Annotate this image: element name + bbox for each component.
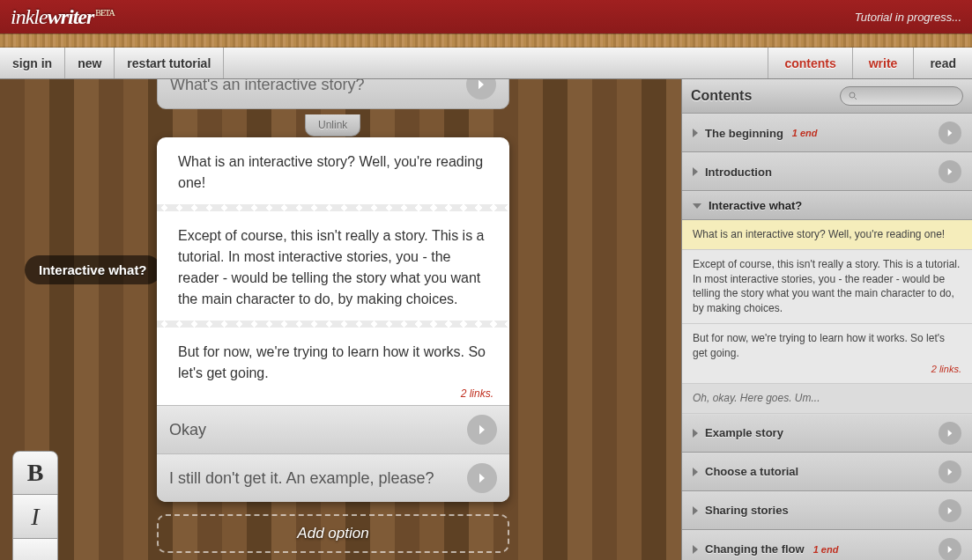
expanded-paragraph[interactable]: Oh, okay. Here goes. Um... [682, 384, 972, 414]
write-button[interactable]: write [852, 48, 914, 78]
italic-icon: I [31, 503, 39, 531]
previous-card: What's an interactive story? [157, 79, 509, 109]
chevron-right-icon [693, 545, 698, 554]
go-button[interactable] [939, 422, 961, 445]
chevron-right-icon [693, 468, 698, 476]
contents-button[interactable]: contents [768, 48, 851, 78]
svg-point-0 [850, 92, 855, 98]
arrow-right-icon[interactable] [466, 79, 496, 99]
expanded-section: What is an interactive story? Well, you'… [682, 220, 972, 414]
links-count: 2 links. [157, 386, 509, 405]
logo: inklewriterBETA [11, 5, 115, 29]
item-meta: 1 end [792, 128, 818, 138]
expanded-paragraph[interactable]: But for now, we're trying to learn how i… [682, 324, 972, 384]
sidebar-title: Contents [691, 88, 752, 104]
contents-item-changing-flow[interactable]: Changing the flow 1 end [682, 530, 972, 560]
search-input[interactable] [840, 86, 963, 106]
status-text: Tutorial in progress... [855, 11, 961, 24]
beta-badge: BETA [95, 8, 114, 18]
go-button[interactable] [939, 122, 961, 144]
contents-item-example-story[interactable]: Example story [682, 414, 972, 453]
bold-button[interactable]: B [12, 451, 58, 495]
option-row[interactable]: Okay [157, 405, 509, 453]
new-button[interactable]: new [65, 48, 115, 78]
chevron-right-icon [693, 506, 698, 515]
contents-item-sharing-stories[interactable]: Sharing stories [682, 491, 972, 530]
item-label: Example story [705, 426, 783, 439]
item-label: Interactive what? [709, 199, 802, 212]
paragraph[interactable]: What is an interactive story? Well, you'… [157, 137, 509, 204]
ellipsis-icon: ... [22, 547, 48, 561]
option-row[interactable]: I still don't get it. An example, please… [157, 453, 509, 502]
wood-divider [0, 33, 972, 48]
expanded-paragraph[interactable]: What is an interactive story? Well, you'… [682, 220, 972, 250]
go-button[interactable] [939, 538, 961, 560]
contents-list[interactable]: The beginning 1 end Introduction Interac… [682, 114, 972, 560]
arrow-right-icon[interactable] [467, 463, 497, 493]
paragraph-divider [157, 204, 509, 211]
paragraph-divider [157, 321, 509, 328]
logo-text-plain: inkle [11, 5, 48, 28]
item-label: Sharing stories [705, 504, 789, 517]
svg-line-1 [855, 98, 857, 100]
bold-icon: B [27, 459, 44, 487]
paragraph[interactable]: But for now, we're trying to learn how i… [157, 328, 509, 386]
item-meta: 1 end [813, 544, 839, 555]
arrow-right-icon[interactable] [467, 415, 497, 445]
contents-item-introduction[interactable]: Introduction [682, 152, 972, 191]
story-card: What is an interactive story? Well, you'… [157, 137, 509, 502]
story-canvas[interactable]: Interactive what? What's an interactive … [0, 79, 681, 560]
go-button[interactable] [939, 461, 961, 483]
chevron-right-icon [693, 167, 698, 176]
go-button[interactable] [939, 499, 961, 522]
contents-item-interactive-what[interactable]: Interactive what? [682, 191, 972, 220]
contents-item-choose-tutorial[interactable]: Choose a tutorial [682, 453, 972, 491]
paragraph[interactable]: Except of course, this isn't really a st… [157, 211, 509, 321]
item-label: The beginning [705, 127, 783, 140]
search-icon [848, 91, 858, 101]
go-button[interactable] [939, 160, 961, 183]
item-label: Choose a tutorial [705, 465, 798, 478]
format-toolbar: B I ... + [12, 451, 58, 560]
more-button[interactable]: ... [12, 539, 58, 560]
chevron-right-icon [693, 129, 698, 137]
contents-item-the-beginning[interactable]: The beginning 1 end [682, 114, 972, 152]
contents-sidebar: Contents The beginning 1 end Introductio… [681, 79, 972, 560]
chevron-right-icon [693, 429, 698, 438]
previous-option[interactable]: What's an interactive story? [157, 79, 509, 109]
links-meta: 2 links. [693, 363, 961, 376]
chevron-down-icon [693, 203, 701, 209]
section-tag[interactable]: Interactive what? [25, 255, 161, 284]
unlink-button[interactable]: Unlink [305, 114, 360, 136]
menu-bar: sign in new restart tutorial contents wr… [0, 48, 972, 79]
option-label: I still don't get it. An example, please… [169, 469, 434, 488]
option-label: Okay [169, 421, 206, 439]
item-label: Changing the flow [705, 542, 805, 556]
main-area: Interactive what? What's an interactive … [0, 79, 972, 560]
expanded-paragraph[interactable]: Except of course, this isn't really a st… [682, 250, 972, 324]
sidebar-header: Contents [682, 79, 972, 114]
restart-tutorial-button[interactable]: restart tutorial [115, 48, 224, 78]
logo-text-bold: writer [48, 5, 94, 28]
sign-in-button[interactable]: sign in [0, 48, 65, 78]
previous-option-label: What's an interactive story? [170, 79, 365, 94]
item-label: Introduction [705, 166, 772, 179]
add-option-button[interactable]: Add option [157, 514, 509, 553]
top-bar: inklewriterBETA Tutorial in progress... [0, 0, 972, 33]
read-button[interactable]: read [913, 48, 972, 78]
italic-button[interactable]: I [12, 495, 58, 539]
